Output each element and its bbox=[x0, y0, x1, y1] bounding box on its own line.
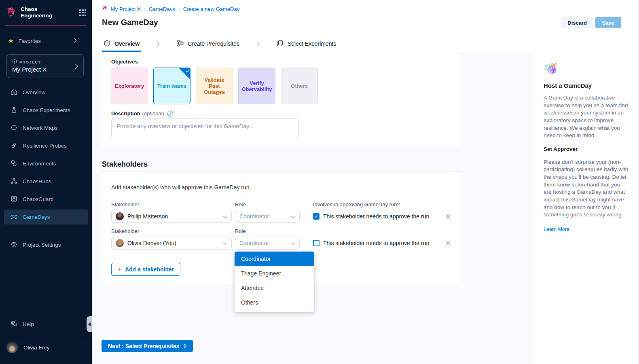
project-selector[interactable]: PROJECT My Project X bbox=[6, 54, 84, 78]
nav-label: Resilience Probes bbox=[23, 143, 67, 149]
role-option-triage-engineer[interactable]: Triage Engineer bbox=[235, 266, 314, 281]
sidebar-item-resilience-probes[interactable]: Resilience Probes bbox=[4, 138, 88, 153]
chevron-left-icon bbox=[88, 322, 91, 326]
app-switcher-icon[interactable] bbox=[79, 9, 86, 16]
nav-label: Network Maps bbox=[23, 125, 57, 131]
nav-label: Project Settings bbox=[23, 242, 61, 248]
description-input[interactable] bbox=[111, 119, 299, 139]
user-menu[interactable]: Olivia Frey bbox=[6, 342, 86, 353]
home-icon bbox=[11, 89, 17, 97]
sidebar-settings: Project Settings bbox=[4, 237, 88, 255]
next-button-label: Next : Select Prerequisites bbox=[108, 343, 180, 349]
stakeholder-select-value: Olivia Denver (You) bbox=[127, 240, 176, 246]
chevron-right-icon bbox=[74, 38, 77, 44]
role-select-1[interactable]: Coordinator bbox=[235, 210, 300, 223]
objective-card-label: Verify Obervability bbox=[241, 80, 273, 92]
plus-icon: + bbox=[118, 265, 122, 273]
learn-more-link[interactable]: Learn More bbox=[544, 226, 569, 232]
approve-checkbox-1[interactable]: ✓ bbox=[313, 213, 320, 220]
save-button[interactable]: Save bbox=[595, 17, 621, 28]
role-column-label: Role bbox=[235, 228, 246, 234]
breadcrumb: My Project X › GameDays › Create a new G… bbox=[102, 6, 239, 13]
tab-create-prerequisites[interactable]: Create Prerequisites bbox=[175, 36, 241, 52]
sidebar-item-overview[interactable]: Overview bbox=[4, 85, 88, 100]
radar-circle-icon bbox=[11, 124, 17, 132]
gear-icon bbox=[11, 241, 17, 249]
sidebar-item-favorites[interactable]: ★ Favorites bbox=[8, 37, 86, 45]
user-avatar bbox=[6, 342, 18, 353]
add-stakeholder-button[interactable]: + Add a stakeholder bbox=[111, 263, 180, 276]
nav-label: ChaosHubs bbox=[23, 178, 51, 184]
info-icon[interactable]: i bbox=[167, 111, 173, 116]
chevron-sep-icon: › bbox=[178, 6, 180, 12]
nav-label: Chaos Experiments bbox=[23, 107, 70, 113]
chevron-down-icon bbox=[291, 240, 295, 246]
role-option-others[interactable]: Others bbox=[235, 295, 314, 310]
remove-stakeholder-1-icon[interactable]: ✕ bbox=[445, 213, 451, 220]
project-kicker-label: PROJECT bbox=[19, 60, 41, 64]
nav-label: Environments bbox=[23, 161, 56, 167]
stakeholder-select-2[interactable]: Olivia Denver (You) bbox=[111, 237, 232, 250]
role-select-2[interactable]: Coordinator bbox=[235, 237, 300, 250]
objectives-label: Objectives bbox=[111, 59, 138, 65]
objective-card-train-teams[interactable]: ✓ Train teams bbox=[153, 68, 190, 104]
objective-card-exploratory[interactable]: Exploratory bbox=[111, 68, 148, 104]
breadcrumb-gamedays[interactable]: GameDays bbox=[149, 6, 175, 12]
breadcrumb-current[interactable]: Create a new GameDay bbox=[183, 6, 239, 12]
nav-label: GameDays bbox=[23, 214, 50, 220]
role-option-coordinator[interactable]: Coordinator bbox=[235, 252, 314, 266]
breadcrumb-project[interactable]: My Project X bbox=[111, 6, 141, 12]
nav-label: Help bbox=[23, 321, 34, 327]
sidebar-help: ? Help bbox=[4, 317, 88, 334]
stakeholders-heading: Stakeholders bbox=[102, 160, 148, 169]
role-option-attendee[interactable]: Attendee bbox=[235, 281, 314, 295]
sidebar-item-project-settings[interactable]: Project Settings bbox=[4, 237, 88, 252]
help-title: Host a GameDay bbox=[544, 82, 629, 89]
next-select-prerequisites-button[interactable]: Next : Select Prerequisites bbox=[102, 340, 193, 352]
cubes-icon bbox=[544, 61, 629, 77]
tab-label: Create Prerequisites bbox=[188, 40, 239, 47]
sidebar-item-chaos-experiments[interactable]: Chaos Experiments bbox=[4, 103, 88, 118]
sidebar-divider bbox=[5, 230, 86, 230]
discard-button[interactable]: Discard bbox=[561, 17, 593, 28]
app-root: Chaos Engineering ★ Favorites PROJECT My… bbox=[0, 0, 639, 364]
chevron-right-icon bbox=[241, 36, 275, 52]
sidebar-collapse-handle[interactable] bbox=[87, 316, 92, 332]
stakeholders-intro: Add stakeholder(s) who will approve this… bbox=[111, 184, 250, 190]
star-icon: ★ bbox=[8, 37, 13, 44]
sidebar-item-gamedays[interactable]: GameDays bbox=[4, 210, 88, 224]
tab-label: Overview bbox=[114, 40, 140, 47]
sidebar-item-help[interactable]: ? Help bbox=[4, 317, 88, 332]
objective-card-verify-observability[interactable]: Verify Obervability bbox=[238, 68, 275, 104]
chevron-down-icon bbox=[223, 240, 227, 246]
help-panel: Host a GameDay A GameDay is a collaborat… bbox=[534, 52, 639, 364]
sidebar-item-chaoshubs[interactable]: ChaosHubs bbox=[4, 174, 88, 189]
approve-checkbox-2[interactable] bbox=[313, 240, 320, 246]
selected-check-badge: ✓ bbox=[178, 68, 190, 80]
page-header: My Project X › GameDays › Create a new G… bbox=[92, 0, 639, 36]
tab-select-experiments[interactable]: Select Experiments bbox=[275, 36, 338, 52]
stakeholder-column-label: Stakeholder bbox=[111, 201, 139, 207]
approve-checkbox-label: This stakeholder needs to approve the ru… bbox=[323, 240, 429, 246]
help-chat-icon: ? bbox=[11, 320, 17, 328]
stakeholder-column-label: Stakeholder bbox=[111, 228, 139, 234]
check-icon: ✓ bbox=[186, 68, 190, 74]
sidebar-item-network-maps[interactable]: Network Maps bbox=[4, 121, 88, 135]
chevron-down-icon bbox=[223, 213, 227, 220]
shapes-icon bbox=[11, 160, 17, 168]
sidebar-item-environments[interactable]: Environments bbox=[4, 156, 88, 171]
nav-label: Overview bbox=[23, 89, 45, 95]
objective-card-label: Train teams bbox=[157, 83, 186, 89]
description-optional-label: (optional) bbox=[142, 110, 164, 116]
capsule-icon bbox=[11, 142, 17, 150]
objective-card-others[interactable]: Others bbox=[281, 68, 318, 104]
tab-overview[interactable]: Overview bbox=[102, 36, 141, 52]
approve-checkbox-label: This stakeholder needs to approve the ru… bbox=[323, 213, 429, 220]
objective-card-validate-past-outages[interactable]: Validate Past Outages bbox=[196, 68, 233, 104]
sidebar-item-chaosguard[interactable]: ChaosGuard bbox=[4, 192, 88, 207]
stakeholder-avatar bbox=[116, 239, 124, 247]
stakeholder-select-1[interactable]: Philip Matterson bbox=[111, 210, 232, 223]
objective-cards: Exploratory ✓ Train teams Validate Past … bbox=[111, 68, 318, 104]
remove-stakeholder-2-icon[interactable]: ✕ bbox=[445, 239, 451, 247]
approve-row-1: ✓ This stakeholder needs to approve the … bbox=[313, 213, 429, 220]
